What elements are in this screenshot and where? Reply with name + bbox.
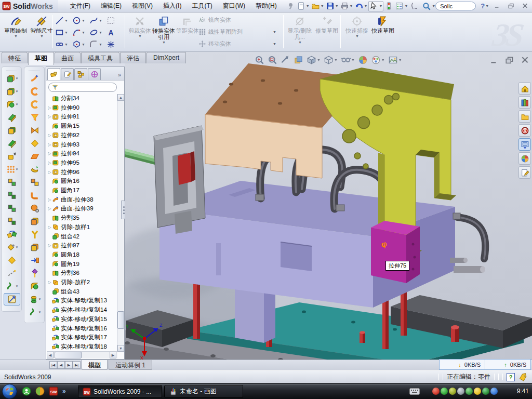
menu-插入(I)[interactable]: 插入(I)	[158, 1, 186, 11]
tree-item-圆角15[interactable]: 圆角15	[47, 122, 118, 130]
panel-tab-propertymanager[interactable]	[61, 68, 74, 80]
toolbar-grip[interactable]	[29, 68, 40, 71]
section-view-button[interactable]	[294, 55, 303, 65]
dropdown-caret-icon[interactable]: ▼	[317, 58, 321, 62]
sketch-line-button[interactable]: ▼	[55, 15, 72, 26]
hide-show-items-button[interactable]: ▼	[341, 55, 355, 65]
tab-评估[interactable]: 评估	[120, 52, 146, 63]
dropdown-caret-icon[interactable]: ▼	[99, 31, 102, 34]
model-tab-运动算例 1[interactable]: 运动算例 1	[109, 360, 152, 370]
slide-clamp-gray[interactable]	[125, 126, 205, 234]
measure-button[interactable]	[4, 293, 20, 305]
scroll-right-arrow[interactable]: ▶	[110, 352, 116, 358]
reference-axis-button[interactable]	[4, 267, 20, 280]
dropdown-caret-icon[interactable]: ▾	[39, 297, 41, 301]
planar-surface-button[interactable]	[26, 150, 43, 163]
taskpane-view-palette-tab[interactable]	[518, 138, 531, 151]
dropdown-caret-icon[interactable]: ▾	[16, 76, 18, 81]
linear-sketch-pattern-button[interactable]: 线性草图阵列▼	[198, 26, 276, 37]
help-button[interactable]: ?	[481, 2, 485, 10]
dropdown-caret-icon[interactable]: ▼	[404, 4, 408, 8]
insert-block-magenta[interactable]: φ	[371, 221, 420, 283]
hole-wizard-button[interactable]	[4, 150, 20, 163]
display-style-button[interactable]: ▼	[324, 55, 338, 65]
dropdown-caret-icon[interactable]: ▾	[16, 89, 18, 94]
pin-button[interactable]	[286, 1, 296, 11]
show-delete-relations-button[interactable]: 显示/删除几...▼	[287, 14, 313, 50]
taskbar-clock[interactable]: 9:41	[517, 388, 529, 395]
spell-dots-button[interactable]	[409, 1, 419, 11]
dropdown-caret-icon[interactable]: ▼	[379, 4, 382, 8]
tray-certificate-badge-icon[interactable]	[449, 388, 456, 395]
dropdown-caret-icon[interactable]: ▼	[306, 4, 310, 8]
dropdown-caret-icon[interactable]: ▼	[138, 34, 142, 38]
tree-item-分割34[interactable]: 分割34	[47, 94, 118, 103]
locate-pin-button[interactable]	[26, 267, 43, 280]
dropdown-caret-icon[interactable]: ▾	[16, 284, 18, 288]
fillet-feature-button[interactable]: ▾	[4, 98, 20, 111]
tree-item-曲面-拉伸39[interactable]: ▷曲面-拉伸39	[47, 204, 118, 213]
scroll-thumb[interactable]	[117, 311, 124, 329]
tray-volume-icon[interactable]	[457, 388, 464, 395]
cavity-cubes-button[interactable]	[26, 176, 43, 189]
undercut-analysis-button[interactable]	[26, 202, 43, 215]
boss-cylinder-button[interactable]: ▾	[26, 293, 43, 305]
bodies-stack-button[interactable]	[4, 176, 20, 189]
magnify-button[interactable]	[281, 55, 290, 65]
dropdown-caret-icon[interactable]: ▼	[82, 19, 85, 22]
minimize-button[interactable]	[492, 2, 502, 10]
draft-button[interactable]	[4, 111, 20, 124]
dropdown-caret-icon[interactable]: ▾	[16, 102, 18, 107]
start-button[interactable]	[2, 383, 18, 399]
repair-sketch-button[interactable]: 修复草图	[314, 14, 340, 50]
tree-item-实体-移动/复制18[interactable]: 实体-移动/复制18	[47, 342, 118, 351]
convert-entities-button[interactable]: 转换实体引用▼	[152, 14, 176, 50]
sketch-slot-button[interactable]: ▼	[55, 38, 72, 50]
tree-item-圆角16[interactable]: 圆角16	[47, 177, 118, 185]
parting-surface-button[interactable]	[26, 111, 43, 124]
edit-appearance-button[interactable]	[358, 55, 368, 65]
options-list-button[interactable]: ▼	[394, 1, 408, 11]
tab-模具工具[interactable]: 模具工具	[81, 52, 119, 63]
tree-item-分割36[interactable]: 分割36	[47, 269, 118, 277]
tree-vertical-scrollbar[interactable]: ▲ ▼	[117, 94, 124, 352]
sketch-sketch-fillet-button[interactable]: ▼	[89, 38, 107, 50]
tab-草图[interactable]: 草图	[28, 52, 54, 65]
dropdown-caret-icon[interactable]: ▼	[298, 41, 302, 44]
dropdown-caret-icon[interactable]: ▼	[334, 58, 338, 62]
dropdown-caret-icon[interactable]: ▼	[355, 34, 359, 38]
sketch-select-box-button[interactable]	[107, 15, 124, 26]
tree-item-拉伸91[interactable]: ▷拉伸91	[47, 112, 118, 121]
split-body-button[interactable]	[4, 215, 20, 228]
sketch-text-button[interactable]: A	[107, 26, 124, 38]
dropdown-caret-icon[interactable]: ▼	[82, 31, 85, 34]
dropdown-caret-icon[interactable]: ▼	[350, 4, 353, 8]
tree-horizontal-scrollbar[interactable]: ◀ ▶	[47, 351, 117, 358]
taskpane-file-explorer-tab[interactable]	[518, 110, 531, 123]
dropdown-caret-icon[interactable]: ▼	[64, 43, 68, 46]
quicklaunch-launcher-ball[interactable]	[35, 387, 45, 396]
dropdown-caret-icon[interactable]: ▼	[99, 19, 102, 22]
fillet-ball-button[interactable]	[26, 280, 43, 292]
graphics-viewport[interactable]: φ Y Z X ▼▼▼▼▼ S 拉伸75	[125, 52, 532, 360]
quicklaunch-messenger-green[interactable]	[22, 387, 31, 396]
dropdown-caret-icon[interactable]: ▼	[398, 58, 402, 62]
menu-编辑(E)[interactable]: 编辑(E)	[96, 1, 126, 11]
tree-item-圆角19[interactable]: 圆角19	[47, 260, 118, 269]
expand-arrow-icon[interactable]: ▷	[47, 243, 52, 248]
menu-文件(F)[interactable]: 文件(F)	[65, 1, 95, 11]
zoom-to-fit-button[interactable]	[255, 55, 264, 65]
status-help-icon[interactable]: ?	[507, 373, 515, 381]
panel-tabs-overflow[interactable]: »	[118, 72, 123, 80]
sketch-polygon-button[interactable]: ▼	[72, 38, 89, 50]
next-tab-button[interactable]: ▶	[65, 361, 73, 369]
tag-icon[interactable]	[518, 373, 528, 381]
move-entities-button[interactable]: 移动实体▼	[198, 38, 276, 49]
sketch-point-button[interactable]	[107, 38, 124, 50]
tree-item-拉伸93[interactable]: ▷拉伸93	[47, 140, 118, 149]
expand-arrow-icon[interactable]: ▷	[47, 105, 52, 110]
trim-button[interactable]: 剪裁实体▼	[128, 14, 152, 50]
first-tab-button[interactable]: |◀	[49, 361, 57, 369]
tree-item-实体-移动/复制14[interactable]: 实体-移动/复制14	[47, 305, 118, 314]
quicklaunch-solidworks-cube[interactable]: SW	[49, 387, 58, 396]
